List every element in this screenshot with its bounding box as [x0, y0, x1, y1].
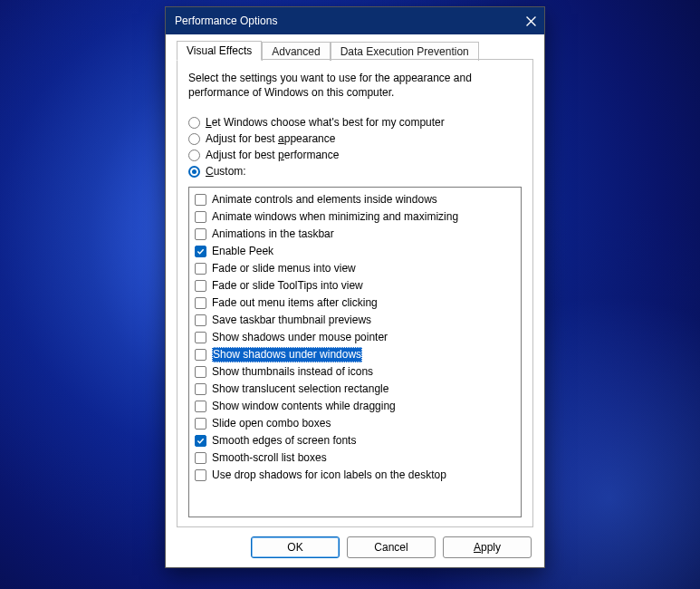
- radio-label: Custom:: [206, 165, 246, 178]
- option-row[interactable]: Animate windows when minimizing and maxi…: [195, 208, 515, 226]
- option-row[interactable]: Show shadows under mouse pointer: [195, 329, 515, 346]
- option-checkbox[interactable]: [195, 228, 206, 240]
- option-checkbox[interactable]: [195, 332, 206, 343]
- option-row[interactable]: Show thumbnails instead of icons: [195, 363, 515, 381]
- radio-label: Let Windows choose what's best for my co…: [206, 116, 445, 129]
- option-checkbox[interactable]: [195, 349, 206, 361]
- tab-label: Visual Effects: [187, 44, 252, 57]
- option-label: Smooth edges of screen fonts: [212, 433, 356, 449]
- option-row[interactable]: Save taskbar thumbnail previews: [195, 312, 515, 329]
- ok-button-label: OK: [287, 541, 302, 554]
- option-row[interactable]: Use drop shadows for icon labels on the …: [195, 467, 515, 484]
- option-row[interactable]: Fade or slide ToolTips into view: [195, 277, 515, 294]
- tab-data-execution-prevention[interactable]: Data Execution Prevention: [331, 42, 479, 61]
- option-checkbox[interactable]: [195, 263, 206, 275]
- option-checkbox[interactable]: [195, 366, 206, 378]
- cancel-button[interactable]: Cancel: [347, 536, 436, 558]
- radio-label: Adjust for best appearance: [206, 132, 335, 145]
- option-checkbox[interactable]: [195, 469, 206, 481]
- option-checkbox[interactable]: [195, 418, 206, 430]
- option-row[interactable]: Show translucent selection rectangle: [195, 381, 515, 398]
- tab-strip: Visual EffectsAdvancedData Execution Pre…: [177, 40, 533, 60]
- window-title: Performance Options: [175, 14, 517, 27]
- option-checkbox[interactable]: [195, 280, 206, 292]
- desktop-background: Performance Options Visual EffectsAdvanc…: [0, 0, 700, 589]
- option-checkbox[interactable]: [195, 194, 206, 206]
- visual-effects-tabpage: Select the settings you want to use for …: [177, 60, 533, 527]
- option-checkbox[interactable]: [195, 314, 206, 326]
- radio-let-windows[interactable]: Let Windows choose what's best for my co…: [188, 116, 522, 129]
- option-label: Animations in the taskbar: [212, 227, 334, 242]
- option-label: Use drop shadows for icon labels on the …: [212, 468, 446, 483]
- intro-text: Select the settings you want to use for …: [188, 71, 496, 100]
- option-label: Fade or slide menus into view: [212, 261, 356, 276]
- performance-options-dialog: Performance Options Visual EffectsAdvanc…: [165, 6, 545, 568]
- mode-radio-group: Let Windows choose what's best for my co…: [188, 112, 522, 181]
- apply-button[interactable]: Apply: [443, 536, 532, 558]
- tab-visual-effects[interactable]: Visual Effects: [177, 41, 262, 61]
- option-checkbox[interactable]: [195, 452, 206, 464]
- option-label: Show window contents while dragging: [212, 399, 396, 414]
- titlebar[interactable]: Performance Options: [166, 7, 544, 34]
- option-label: Animate windows when minimizing and maxi…: [212, 209, 458, 225]
- option-label: Show translucent selection rectangle: [212, 381, 388, 397]
- option-label: Save taskbar thumbnail previews: [212, 313, 371, 328]
- option-row[interactable]: Show window contents while dragging: [195, 398, 515, 415]
- option-label: Slide open combo boxes: [212, 416, 331, 431]
- option-label: Enable Peek: [212, 244, 273, 259]
- option-label: Fade out menu items after clicking: [212, 295, 378, 311]
- radio-custom[interactable]: Custom:: [188, 165, 522, 178]
- visual-effects-listbox[interactable]: Animate controls and elements inside win…: [188, 187, 522, 517]
- radio-best-performance[interactable]: Adjust for best performance: [188, 149, 522, 161]
- close-icon: [526, 16, 536, 26]
- option-checkbox[interactable]: [195, 297, 206, 309]
- radio-indicator: [188, 150, 200, 161]
- option-row[interactable]: Enable Peek: [195, 243, 515, 260]
- radio-label: Adjust for best performance: [206, 149, 339, 161]
- option-row[interactable]: Slide open combo boxes: [195, 415, 515, 432]
- option-checkbox[interactable]: [195, 383, 206, 395]
- option-checkbox[interactable]: [195, 435, 206, 447]
- close-button[interactable]: [517, 7, 544, 34]
- radio-indicator: [188, 133, 200, 145]
- radio-indicator: [188, 117, 200, 129]
- option-row[interactable]: Smooth edges of screen fonts: [195, 432, 515, 449]
- tab-label: Data Execution Prevention: [340, 45, 469, 58]
- radio-best-appearance[interactable]: Adjust for best appearance: [188, 132, 522, 145]
- option-checkbox[interactable]: [195, 401, 206, 412]
- option-label: Show thumbnails instead of icons: [212, 364, 373, 380]
- option-checkbox[interactable]: [195, 246, 206, 257]
- ok-button[interactable]: OK: [251, 536, 340, 558]
- option-label: Fade or slide ToolTips into view: [212, 278, 363, 294]
- option-label: Smooth-scroll list boxes: [212, 450, 327, 466]
- dialog-client-area: Visual EffectsAdvancedData Execution Pre…: [166, 34, 544, 567]
- tab-advanced[interactable]: Advanced: [262, 42, 330, 61]
- option-checkbox[interactable]: [195, 211, 206, 223]
- option-row[interactable]: Fade out menu items after clicking: [195, 294, 515, 312]
- dialog-button-row: OK Cancel Apply: [177, 527, 533, 558]
- tab-label: Advanced: [272, 45, 320, 58]
- option-label: Animate controls and elements inside win…: [212, 192, 437, 208]
- cancel-button-label: Cancel: [374, 541, 408, 554]
- apply-button-label: Apply: [474, 541, 501, 554]
- option-row[interactable]: Animate controls and elements inside win…: [195, 191, 515, 208]
- option-row[interactable]: Show shadows under windows: [195, 346, 515, 363]
- option-row[interactable]: Animations in the taskbar: [195, 226, 515, 243]
- radio-indicator: [188, 166, 200, 178]
- option-row[interactable]: Fade or slide menus into view: [195, 260, 515, 277]
- option-row[interactable]: Smooth-scroll list boxes: [195, 449, 515, 467]
- option-label: Show shadows under mouse pointer: [212, 330, 388, 345]
- option-label: Show shadows under windows: [212, 347, 362, 362]
